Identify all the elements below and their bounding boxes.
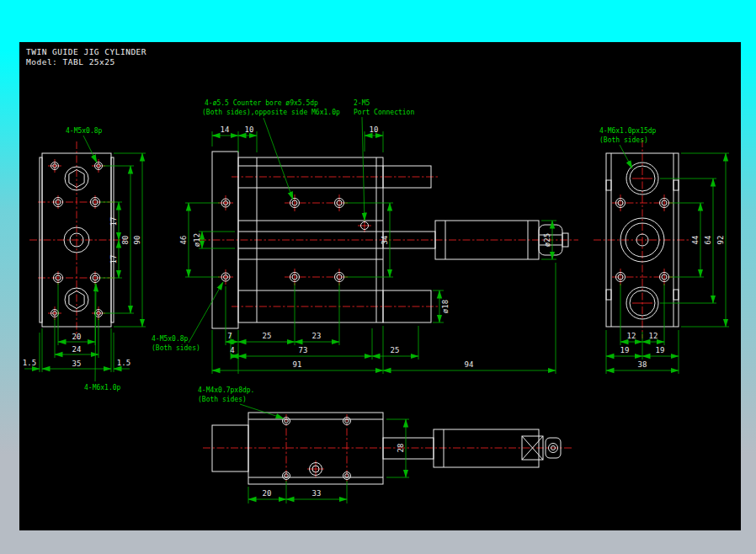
side-annotations: 4-ø5.5 Counter bore ø9x5.5dp (Both sides… bbox=[152, 99, 414, 352]
rear-annotations: 4-M6x1.0px15dp (Both sides) bbox=[599, 127, 657, 168]
plan-view: 28 20 33 4-M4x0.7px8dp. (Both sides) bbox=[198, 386, 572, 503]
front-label-m6: 4-M6x1.0p bbox=[84, 384, 121, 392]
dim-side-46: 46 bbox=[179, 236, 188, 245]
dim-plan-28: 28 bbox=[397, 444, 405, 453]
plan-centerlines bbox=[203, 414, 572, 483]
dim-front-span-80: 80 bbox=[121, 236, 130, 245]
dim-rear-44: 44 bbox=[691, 236, 700, 245]
dim-front-edge-right: 1.5 bbox=[117, 359, 130, 367]
drawing-title: TWIN GUIDE JIG CYLINDER bbox=[26, 47, 146, 56]
rear-view: 44 64 92 12 12 bbox=[594, 127, 729, 374]
dim-side-91: 91 bbox=[293, 360, 302, 369]
title-block: TWIN GUIDE JIG CYLINDER Model: TABL 25x2… bbox=[26, 47, 146, 67]
cad-drawing: TWIN GUIDE JIG CYLINDER Model: TABL 25x2… bbox=[19, 42, 741, 530]
dim-front-width-20: 20 bbox=[72, 333, 82, 341]
plan-annotations: 4-M4x0.7px8dp. (Both sides) bbox=[198, 386, 284, 418]
drawing-canvas[interactable]: TWIN GUIDE JIG CYLINDER Model: TABL 25x2… bbox=[19, 42, 741, 530]
dim-plan-20: 20 bbox=[263, 489, 272, 498]
plan-holes bbox=[283, 418, 351, 480]
front-view: 17 17 80 90 20 24 bbox=[23, 127, 146, 392]
side-label-face-1: 4-M5x0.8p bbox=[152, 335, 189, 343]
dim-side-23: 23 bbox=[312, 332, 322, 340]
dim-rear-19a: 19 bbox=[620, 346, 630, 354]
rear-label-m6-2: (Both sides) bbox=[599, 136, 648, 144]
dim-side-4: 4 bbox=[230, 346, 234, 354]
plan-outline bbox=[212, 413, 561, 484]
plan-dimensions: 28 20 33 bbox=[248, 419, 409, 503]
front-centerlines bbox=[29, 141, 125, 338]
dim-side-94: 94 bbox=[465, 360, 474, 369]
rear-label-m6-1: 4-M6x1.0px15dp bbox=[599, 127, 657, 135]
rear-dimensions: 44 64 92 12 12 bbox=[606, 153, 729, 374]
plan-label-m4-1: 4-M4x0.7px8dp. bbox=[198, 386, 254, 394]
plan-label-m4-2: (Both sides) bbox=[198, 396, 247, 403]
drawing-model: Model: TABL 25x25 bbox=[26, 57, 115, 67]
dim-front-pitch-upper: 17 bbox=[109, 217, 118, 226]
dim-side-25b: 25 bbox=[391, 346, 400, 354]
front-dimensions: 17 17 80 90 20 24 bbox=[23, 153, 146, 372]
dim-rear-64: 64 bbox=[704, 236, 712, 245]
application-window: TWIN GUIDE JIG CYLINDER Model: TABL 25x2… bbox=[0, 0, 756, 554]
dim-side-port-10: 10 bbox=[370, 125, 379, 134]
dim-rear-12a: 12 bbox=[627, 332, 636, 340]
front-label-m5: 4-M5x0.8p bbox=[66, 127, 103, 135]
dim-rear-38: 38 bbox=[638, 360, 647, 369]
dim-plan-33: 33 bbox=[312, 489, 322, 498]
dim-front-height-90: 90 bbox=[133, 236, 141, 245]
dim-front-pitch-lower: 17 bbox=[109, 255, 118, 264]
dim-rear-19b: 19 bbox=[656, 346, 665, 354]
dim-side-25a: 25 bbox=[263, 332, 272, 340]
dim-front-width-35: 35 bbox=[72, 360, 82, 368]
rear-centerlines bbox=[594, 140, 691, 338]
side-label-counterbore-2: (Both sides),opposite side M6x1.0p bbox=[202, 109, 340, 116]
dim-side-73: 73 bbox=[299, 346, 308, 354]
dim-side-rod-dia12: ø12 bbox=[193, 233, 201, 247]
dim-side-plate-14: 14 bbox=[221, 125, 230, 134]
dim-side-7: 7 bbox=[227, 332, 232, 340]
dim-rear-92: 92 bbox=[716, 236, 725, 245]
side-view: 14 10 10 46 ø12 34 bbox=[152, 99, 578, 374]
dim-side-dia25: ø25 bbox=[543, 233, 551, 247]
dim-front-edge-left: 1.5 bbox=[23, 359, 36, 367]
side-dimensions: 14 10 10 46 ø12 34 bbox=[179, 125, 556, 374]
side-label-port-1: 2-M5 bbox=[354, 99, 370, 107]
dim-front-width-24: 24 bbox=[72, 345, 82, 354]
side-label-port-2: Port Connection bbox=[354, 109, 414, 116]
dim-rear-12b: 12 bbox=[649, 332, 658, 340]
dim-side-34: 34 bbox=[381, 236, 389, 245]
side-label-face-2: (Both sides) bbox=[152, 344, 200, 352]
side-label-counterbore-1: 4-ø5.5 Counter bore ø9x5.5dp bbox=[205, 99, 318, 107]
dim-side-step-10: 10 bbox=[245, 125, 254, 134]
dim-side-dia18: ø18 bbox=[441, 300, 450, 313]
